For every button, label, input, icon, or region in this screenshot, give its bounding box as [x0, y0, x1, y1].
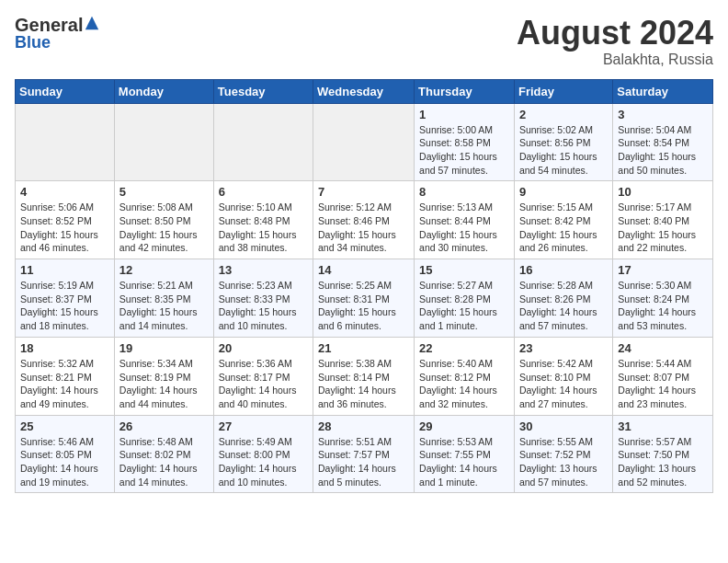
svg-marker-0: [85, 17, 98, 29]
day-info: Sunrise: 5:42 AM Sunset: 8:10 PM Dayligh…: [519, 357, 608, 411]
day-number: 22: [419, 341, 509, 355]
day-of-week-header: Sunday: [16, 79, 115, 103]
month-title: August 2024 Balakhta, Russia: [517, 15, 713, 68]
day-number: 5: [119, 185, 209, 199]
calendar-day-cell: 1Sunrise: 5:00 AM Sunset: 8:58 PM Daylig…: [415, 103, 515, 181]
day-info: Sunrise: 5:02 AM Sunset: 8:56 PM Dayligh…: [519, 123, 608, 178]
day-number: 30: [519, 419, 608, 433]
logo: General Blue: [15, 15, 100, 52]
day-number: 20: [219, 341, 308, 355]
calendar-day-cell: 26Sunrise: 5:48 AM Sunset: 8:02 PM Dayli…: [114, 415, 213, 493]
calendar-day-cell: 6Sunrise: 5:10 AM Sunset: 8:48 PM Daylig…: [213, 181, 313, 259]
calendar-day-cell: 11Sunrise: 5:19 AM Sunset: 8:37 PM Dayli…: [16, 259, 115, 338]
day-number: 7: [318, 185, 409, 199]
day-number: 24: [618, 341, 708, 355]
day-number: 2: [519, 108, 608, 121]
day-info: Sunrise: 5:32 AM Sunset: 8:21 PM Dayligh…: [20, 357, 109, 411]
logo-blue-text: Blue: [15, 33, 51, 52]
calendar-day-cell: 5Sunrise: 5:08 AM Sunset: 8:50 PM Daylig…: [114, 181, 213, 259]
calendar-week-row: 25Sunrise: 5:46 AM Sunset: 8:05 PM Dayli…: [16, 415, 713, 493]
calendar-day-cell: 15Sunrise: 5:27 AM Sunset: 8:28 PM Dayli…: [415, 259, 515, 338]
day-number: 6: [219, 185, 308, 199]
day-info: Sunrise: 5:17 AM Sunset: 8:40 PM Dayligh…: [618, 201, 708, 255]
day-of-week-header: Saturday: [613, 79, 713, 103]
day-number: 13: [219, 263, 308, 277]
calendar-day-cell: 8Sunrise: 5:13 AM Sunset: 8:44 PM Daylig…: [415, 181, 515, 259]
day-number: 17: [618, 263, 708, 277]
day-number: 15: [419, 263, 509, 277]
day-number: 14: [318, 263, 409, 277]
day-of-week-header: Wednesday: [313, 79, 415, 103]
day-number: 27: [219, 419, 308, 433]
calendar-day-cell: 22Sunrise: 5:40 AM Sunset: 8:12 PM Dayli…: [415, 337, 515, 415]
day-number: 10: [618, 185, 708, 199]
day-info: Sunrise: 5:27 AM Sunset: 8:28 PM Dayligh…: [419, 279, 509, 333]
day-info: Sunrise: 5:21 AM Sunset: 8:35 PM Dayligh…: [119, 279, 209, 333]
calendar-day-cell: [16, 103, 115, 181]
day-info: Sunrise: 5:12 AM Sunset: 8:46 PM Dayligh…: [318, 201, 409, 255]
day-of-week-header: Tuesday: [213, 79, 313, 103]
day-number: 18: [20, 341, 109, 355]
calendar-day-cell: [213, 103, 313, 181]
day-number: 31: [618, 419, 708, 433]
calendar-day-cell: [313, 103, 415, 181]
day-number: 19: [119, 341, 209, 355]
day-info: Sunrise: 5:44 AM Sunset: 8:07 PM Dayligh…: [618, 357, 708, 411]
calendar-day-cell: 3Sunrise: 5:04 AM Sunset: 8:54 PM Daylig…: [613, 103, 713, 181]
calendar-day-cell: 13Sunrise: 5:23 AM Sunset: 8:33 PM Dayli…: [213, 259, 313, 338]
day-info: Sunrise: 5:00 AM Sunset: 8:58 PM Dayligh…: [419, 123, 509, 178]
calendar-week-row: 11Sunrise: 5:19 AM Sunset: 8:37 PM Dayli…: [16, 259, 713, 338]
day-number: 25: [20, 419, 109, 433]
day-of-week-header: Thursday: [415, 79, 515, 103]
day-number: 11: [20, 263, 109, 277]
day-info: Sunrise: 5:04 AM Sunset: 8:54 PM Dayligh…: [618, 123, 708, 178]
day-info: Sunrise: 5:30 AM Sunset: 8:24 PM Dayligh…: [618, 279, 708, 333]
calendar-day-cell: [114, 103, 213, 181]
day-number: 16: [519, 263, 608, 277]
calendar-day-cell: 16Sunrise: 5:28 AM Sunset: 8:26 PM Dayli…: [514, 259, 612, 338]
calendar-day-cell: 29Sunrise: 5:53 AM Sunset: 7:55 PM Dayli…: [415, 415, 515, 493]
calendar-table: SundayMondayTuesdayWednesdayThursdayFrid…: [15, 79, 713, 494]
header-row: SundayMondayTuesdayWednesdayThursdayFrid…: [16, 79, 713, 103]
day-number: 12: [119, 263, 209, 277]
calendar-header: SundayMondayTuesdayWednesdayThursdayFrid…: [16, 79, 713, 103]
month-year: August 2024: [517, 15, 713, 52]
calendar-body: 1Sunrise: 5:00 AM Sunset: 8:58 PM Daylig…: [16, 103, 713, 493]
day-number: 9: [519, 185, 608, 199]
calendar-day-cell: 2Sunrise: 5:02 AM Sunset: 8:56 PM Daylig…: [514, 103, 612, 181]
calendar-week-row: 1Sunrise: 5:00 AM Sunset: 8:58 PM Daylig…: [16, 103, 713, 181]
calendar-day-cell: 28Sunrise: 5:51 AM Sunset: 7:57 PM Dayli…: [313, 415, 415, 493]
day-info: Sunrise: 5:08 AM Sunset: 8:50 PM Dayligh…: [119, 201, 209, 255]
day-number: 1: [419, 108, 509, 121]
calendar-day-cell: 31Sunrise: 5:57 AM Sunset: 7:50 PM Dayli…: [613, 415, 713, 493]
location: Balakhta, Russia: [517, 52, 713, 68]
day-number: 23: [519, 341, 608, 355]
calendar-day-cell: 21Sunrise: 5:38 AM Sunset: 8:14 PM Dayli…: [313, 337, 415, 415]
day-number: 3: [618, 108, 708, 121]
day-info: Sunrise: 5:25 AM Sunset: 8:31 PM Dayligh…: [318, 279, 409, 333]
calendar-day-cell: 17Sunrise: 5:30 AM Sunset: 8:24 PM Dayli…: [613, 259, 713, 338]
day-number: 21: [318, 341, 409, 355]
day-info: Sunrise: 5:53 AM Sunset: 7:55 PM Dayligh…: [419, 435, 509, 489]
calendar-day-cell: 9Sunrise: 5:15 AM Sunset: 8:42 PM Daylig…: [514, 181, 612, 259]
day-number: 8: [419, 185, 509, 199]
day-info: Sunrise: 5:19 AM Sunset: 8:37 PM Dayligh…: [20, 279, 109, 333]
day-info: Sunrise: 5:36 AM Sunset: 8:17 PM Dayligh…: [219, 357, 308, 411]
day-info: Sunrise: 5:34 AM Sunset: 8:19 PM Dayligh…: [119, 357, 209, 411]
day-info: Sunrise: 5:23 AM Sunset: 8:33 PM Dayligh…: [219, 279, 308, 333]
calendar-day-cell: 24Sunrise: 5:44 AM Sunset: 8:07 PM Dayli…: [613, 337, 713, 415]
day-info: Sunrise: 5:49 AM Sunset: 8:00 PM Dayligh…: [219, 435, 308, 489]
day-info: Sunrise: 5:28 AM Sunset: 8:26 PM Dayligh…: [519, 279, 608, 333]
day-info: Sunrise: 5:55 AM Sunset: 7:52 PM Dayligh…: [519, 435, 608, 489]
day-info: Sunrise: 5:10 AM Sunset: 8:48 PM Dayligh…: [219, 201, 308, 255]
calendar-week-row: 4Sunrise: 5:06 AM Sunset: 8:52 PM Daylig…: [16, 181, 713, 259]
day-info: Sunrise: 5:46 AM Sunset: 8:05 PM Dayligh…: [20, 435, 109, 489]
day-info: Sunrise: 5:51 AM Sunset: 7:57 PM Dayligh…: [318, 435, 409, 489]
day-number: 4: [20, 185, 109, 199]
calendar-day-cell: 20Sunrise: 5:36 AM Sunset: 8:17 PM Dayli…: [213, 337, 313, 415]
day-number: 28: [318, 419, 409, 433]
calendar-day-cell: 27Sunrise: 5:49 AM Sunset: 8:00 PM Dayli…: [213, 415, 313, 493]
day-info: Sunrise: 5:38 AM Sunset: 8:14 PM Dayligh…: [318, 357, 409, 411]
day-info: Sunrise: 5:48 AM Sunset: 8:02 PM Dayligh…: [119, 435, 209, 489]
calendar-day-cell: 12Sunrise: 5:21 AM Sunset: 8:35 PM Dayli…: [114, 259, 213, 338]
